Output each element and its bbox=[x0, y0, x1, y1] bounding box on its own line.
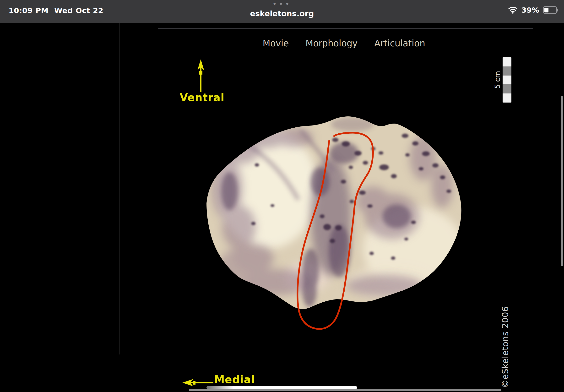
scale-bar-label: 5 cm bbox=[493, 66, 501, 94]
bone-image bbox=[0, 0, 564, 392]
scale-segment bbox=[503, 84, 511, 94]
scale-bar bbox=[503, 57, 511, 102]
ventral-arrow-icon bbox=[197, 59, 204, 92]
medial-label: Medial bbox=[214, 373, 255, 386]
scale-segment bbox=[503, 94, 511, 102]
copyright-text: ©eSkeletons 2006 bbox=[500, 304, 510, 390]
scale-segment bbox=[503, 57, 511, 67]
medial-arrow-icon bbox=[182, 379, 213, 386]
home-indicator[interactable] bbox=[206, 386, 357, 389]
horizontal-scrollbar[interactable] bbox=[189, 389, 501, 391]
bone-photo bbox=[206, 116, 464, 309]
scale-segment bbox=[503, 76, 511, 85]
vertical-scrollbar[interactable] bbox=[561, 96, 563, 266]
scale-segment bbox=[503, 67, 511, 76]
ventral-label: Ventral bbox=[180, 91, 224, 103]
